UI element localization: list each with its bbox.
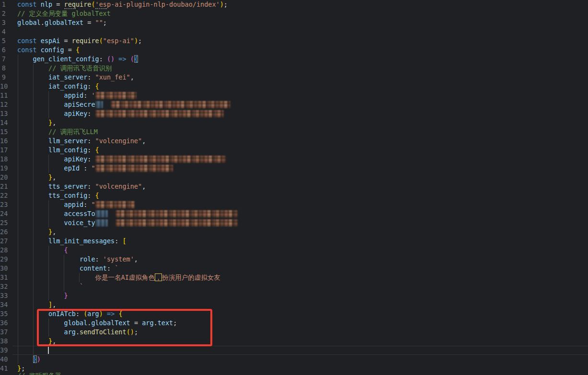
code-token: appid: [64, 91, 84, 99]
code-token: {: [95, 82, 99, 90]
line-number[interactable]: 20: [0, 173, 6, 182]
line-number[interactable]: 28: [0, 246, 6, 255]
code-line[interactable]: appid: ': [17, 91, 238, 100]
code-line[interactable]: }): [17, 355, 238, 364]
line-number[interactable]: 11: [0, 91, 6, 100]
code-line[interactable]: apiKey:: [17, 109, 238, 118]
code-token: "": [95, 19, 103, 26]
code-line[interactable]: accessTo: [17, 209, 238, 218]
line-number[interactable]: 12: [0, 100, 6, 109]
line-number[interactable]: 21: [0, 182, 6, 191]
code-line[interactable]: // 调用讯飞语音识别: [17, 64, 238, 73]
line-number[interactable]: 14: [0, 118, 6, 127]
line-number[interactable]: 27: [0, 237, 6, 246]
code-token: [17, 346, 48, 354]
code-line[interactable]: tts_server: "volcengine",: [17, 182, 238, 191]
code-token: [17, 91, 64, 99]
line-number[interactable]: 38: [0, 337, 6, 346]
code-line[interactable]: const config = {: [17, 45, 238, 55]
line-number[interactable]: 16: [0, 136, 6, 146]
line-number[interactable]: 10: [0, 82, 6, 91]
line-number[interactable]: 4: [0, 27, 6, 36]
code-line[interactable]: ],: [17, 300, 238, 309]
code-editor[interactable]: 1234567891011121314151617181920212223242…: [0, 0, 588, 375]
code-line[interactable]: apiKey:: [17, 155, 238, 164]
line-number[interactable]: 3: [0, 18, 6, 27]
line-number[interactable]: 5: [0, 36, 6, 45]
code-line[interactable]: llm_init_messages: [: [17, 237, 238, 246]
line-number[interactable]: 36: [0, 318, 6, 328]
code-token: :: [95, 255, 103, 263]
line-number[interactable]: 29: [0, 255, 6, 264]
code-line[interactable]: {: [17, 246, 238, 255]
line-number[interactable]: 40: [0, 355, 6, 364]
code-token: [17, 164, 64, 172]
code-line[interactable]: appid: ": [17, 200, 238, 209]
line-number[interactable]: 33: [0, 291, 6, 300]
line-number[interactable]: 6: [0, 45, 6, 55]
code-token: :: [87, 155, 95, 163]
code-line[interactable]: [17, 27, 238, 36]
line-number[interactable]: 15: [0, 127, 6, 136]
line-number[interactable]: 1: [0, 0, 6, 9]
line-number[interactable]: 7: [0, 55, 6, 64]
code-line[interactable]: iat_server: "xun_fei",: [17, 73, 238, 82]
line-number[interactable]: 35: [0, 309, 6, 318]
code-token: [17, 73, 48, 81]
code-line[interactable]: 你是一名AI虚拟角色，扮演用户的虚拟女友: [17, 273, 238, 282]
code-line[interactable]: `: [17, 282, 238, 291]
code-line[interactable]: apiSecre: [17, 100, 238, 109]
line-number[interactable]: 26: [0, 227, 6, 237]
line-number[interactable]: 25: [0, 218, 6, 227]
code-line[interactable]: const nlp = require('esp-ai-plugin-nlp-d…: [17, 0, 238, 9]
code-line[interactable]: gen_client_config: () => ({: [17, 55, 238, 64]
code-token: }: [48, 173, 52, 181]
line-number[interactable]: 19: [0, 164, 6, 173]
code-line[interactable]: [17, 346, 238, 355]
code-token: {: [95, 146, 99, 154]
line-number[interactable]: 31: [0, 273, 6, 282]
code-token: tts_server: [48, 182, 87, 190]
code-line[interactable]: },: [17, 118, 238, 127]
code-line[interactable]: epId : ": [17, 164, 238, 173]
line-number[interactable]: 37: [0, 328, 6, 337]
code-line[interactable]: content: `: [17, 264, 238, 273]
line-number[interactable]: 9: [0, 73, 6, 82]
code-line[interactable]: const espAi = require("esp-ai");: [17, 36, 238, 45]
line-number[interactable]: 24: [0, 209, 6, 218]
code-line[interactable]: tts_config: {: [17, 191, 238, 200]
code-line[interactable]: global.globalText = "";: [17, 18, 238, 27]
code-line[interactable]: },: [17, 227, 238, 237]
code-token: ": [91, 164, 95, 172]
line-number[interactable]: 30: [0, 264, 6, 273]
line-number[interactable]: 2: [0, 9, 6, 18]
line-number[interactable]: 41: [0, 364, 6, 373]
line-number[interactable]: 17: [0, 146, 6, 155]
code-token: [17, 292, 64, 299]
code-token: [103, 101, 111, 108]
code-token: :: [87, 137, 95, 145]
code-line[interactable]: role: 'system',: [17, 255, 238, 264]
code-token: [127, 55, 130, 63]
line-number[interactable]: 39: [0, 346, 6, 355]
code-line[interactable]: }: [17, 291, 238, 300]
code-line[interactable]: },: [17, 173, 238, 182]
code-token: apiKey: [64, 155, 88, 163]
code-token: =: [52, 0, 64, 8]
line-number[interactable]: 32: [0, 282, 6, 291]
code-line[interactable]: // 定义全局变量 globalText: [17, 9, 238, 18]
line-number[interactable]: 23: [0, 200, 6, 209]
code-line[interactable]: iat_config: {: [17, 82, 238, 91]
line-number[interactable]: 18: [0, 155, 6, 164]
code-token: :: [87, 146, 95, 154]
code-line[interactable]: llm_server: "volcengine",: [17, 136, 238, 146]
code-token: ,: [134, 255, 138, 263]
code-line[interactable]: voice_ty: [17, 218, 238, 227]
line-number[interactable]: 34: [0, 300, 6, 309]
code-line[interactable]: // 调用讯飞LLM: [17, 127, 238, 136]
code-token: const: [17, 0, 37, 8]
line-number[interactable]: 13: [0, 109, 6, 118]
line-number[interactable]: 8: [0, 64, 6, 73]
code-line[interactable]: llm_config: {: [17, 146, 238, 155]
line-number[interactable]: 22: [0, 191, 6, 200]
